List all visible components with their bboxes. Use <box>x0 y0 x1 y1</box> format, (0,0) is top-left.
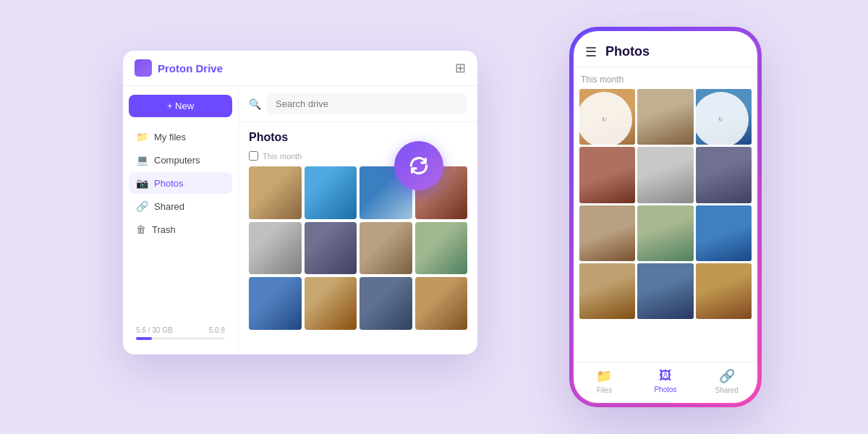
storage-fill <box>136 337 152 340</box>
phone-bottom-nav: 📁 Files 🖼 Photos 🔗 Shared <box>574 362 757 403</box>
phone-content: This month ↻ ↻ <box>574 67 757 362</box>
sidebar: + New 📁 My files 💻 Computers 📷 Photos 🔗 … <box>123 86 239 354</box>
phone-photo-11[interactable] <box>637 263 693 319</box>
new-button[interactable]: + New <box>129 95 232 117</box>
logo-text: Proton Drive <box>158 62 223 75</box>
sidebar-label-trash: Trash <box>152 224 176 235</box>
photo-cell-10[interactable] <box>305 277 357 330</box>
desktop-photo-grid <box>249 166 467 330</box>
phone-photo-4[interactable] <box>579 147 635 203</box>
photo-cell-6[interactable] <box>305 222 357 275</box>
proton-logo-icon <box>135 59 152 77</box>
scene: Proton Drive ⊞ + New 📁 My files 💻 Comput… <box>109 29 760 405</box>
phone-nav-shared[interactable]: 🔗 Shared <box>696 368 757 394</box>
phone-files-icon: 📁 <box>596 368 612 384</box>
photo-cell-1[interactable] <box>249 166 302 219</box>
phone-photo-2[interactable] <box>637 89 693 145</box>
mobile-phone: ☰ Photos This month ↻ ↻ <box>571 29 760 405</box>
files-icon: 📁 <box>136 131 148 142</box>
phone-photo-12[interactable] <box>696 263 752 319</box>
search-input[interactable] <box>267 93 467 114</box>
search-bar: 🔍 <box>239 86 477 122</box>
main-content: 🔍 Photos This month <box>239 86 477 354</box>
photos-icon: 📷 <box>136 177 148 189</box>
storage-used: 5.6 / 30 GB <box>136 326 173 334</box>
sidebar-label-shared: Shared <box>154 201 184 212</box>
phone-nav-shared-label: Shared <box>715 386 739 394</box>
phone-photo-10[interactable] <box>579 263 635 319</box>
sidebar-item-trash[interactable]: 🗑 Trash <box>129 218 232 240</box>
photo-cell-5[interactable] <box>249 222 302 275</box>
phone-photo-grid: ↻ ↻ <box>579 89 752 319</box>
sync-indicator-1: ↻ <box>579 92 632 145</box>
storage-label: 5.6 / 30 GB 5.0.8 <box>136 326 225 334</box>
sidebar-footer: 5.6 / 30 GB 5.0.8 <box>129 320 232 346</box>
phone-photo-3[interactable]: ↻ <box>696 89 752 145</box>
photo-cell-11[interactable] <box>359 277 412 330</box>
hamburger-icon[interactable]: ☰ <box>585 46 597 59</box>
grid-view-icon[interactable]: ⊞ <box>455 60 466 76</box>
sync-indicator-3: ↻ <box>696 92 749 145</box>
phone-photo-5[interactable] <box>637 147 693 203</box>
this-month-checkbox[interactable] <box>249 151 258 161</box>
desktop-app: Proton Drive ⊞ + New 📁 My files 💻 Comput… <box>123 51 477 354</box>
phone-shared-icon: 🔗 <box>719 368 735 384</box>
phone-photo-8[interactable] <box>637 205 693 261</box>
computers-icon: 💻 <box>136 154 148 166</box>
phone-title: Photos <box>605 44 650 59</box>
phone-photo-7[interactable] <box>579 205 635 261</box>
phone-header: ☰ Photos <box>574 31 757 67</box>
photo-cell-2[interactable] <box>305 166 357 219</box>
sidebar-item-my-files[interactable]: 📁 My files <box>129 126 232 148</box>
sidebar-item-computers[interactable]: 💻 Computers <box>129 149 232 171</box>
photo-cell-12[interactable] <box>415 277 468 330</box>
phone-photos-icon: 🖼 <box>659 368 672 383</box>
photo-cell-8[interactable] <box>415 222 468 275</box>
sidebar-label-computers: Computers <box>154 155 200 166</box>
phone-nav-files-label: Files <box>597 386 612 394</box>
phone-photo-9[interactable] <box>696 205 752 261</box>
trash-icon: 🗑 <box>136 224 146 235</box>
sidebar-item-shared[interactable]: 🔗 Shared <box>129 195 232 217</box>
phone-nav-photos[interactable]: 🖼 Photos <box>635 368 697 394</box>
sidebar-label-photos: Photos <box>154 178 183 189</box>
logo-area: Proton Drive <box>135 59 223 77</box>
sidebar-label-my-files: My files <box>154 132 186 142</box>
sidebar-item-photos[interactable]: 📷 Photos <box>129 172 232 194</box>
phone-photo-6[interactable] <box>696 147 752 203</box>
phone-photo-1[interactable]: ↻ <box>579 89 635 145</box>
photo-cell-9[interactable] <box>249 277 302 330</box>
sync-icon <box>407 154 430 177</box>
desktop-body: + New 📁 My files 💻 Computers 📷 Photos 🔗 … <box>123 86 477 354</box>
sync-button[interactable] <box>394 141 443 190</box>
shared-icon: 🔗 <box>136 200 148 212</box>
phone-nav-photos-label: Photos <box>654 386 676 393</box>
storage-bar <box>136 337 225 340</box>
desktop-header: Proton Drive ⊞ <box>123 51 477 86</box>
photos-page-title: Photos <box>249 131 467 144</box>
phone-nav-files[interactable]: 📁 Files <box>574 368 635 394</box>
photo-cell-7[interactable] <box>359 222 412 275</box>
phone-month-label: This month <box>579 75 752 85</box>
search-icon: 🔍 <box>249 98 261 110</box>
storage-version: 5.0.8 <box>209 326 225 334</box>
